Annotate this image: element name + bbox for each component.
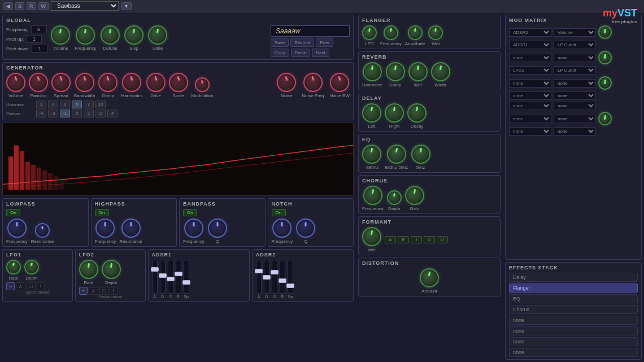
lfo1-wave-sq[interactable]: □ [27,282,35,290]
pitch-down-input[interactable] [32,45,47,53]
mod-knob-5[interactable] [598,76,612,90]
adsr2-r-track[interactable] [280,260,285,294]
notch-on-btn[interactable]: On [272,209,286,216]
octave-btn-2[interactable]: 2 [95,110,106,117]
notch-q-knob[interactable] [296,219,315,238]
gen-spread-knob[interactable] [51,73,71,92]
fl-amp-knob[interactable] [408,25,423,40]
lfo2-wave-sq[interactable]: □ [99,287,108,295]
mod-src-2[interactable]: ADSR1 [509,41,551,49]
fl-lfo-knob[interactable] [362,25,377,40]
ch-gain-knob[interactable] [405,186,424,205]
lfo2-rate-knob[interactable] [79,260,98,279]
mod-src-4[interactable]: LFO1 [509,66,551,75]
effect-chorus[interactable]: Chorus [509,305,638,314]
adsr1-d-track[interactable] [160,260,166,294]
mod-dst-3[interactable]: none [554,54,596,62]
prev-btn[interactable]: Prev [316,38,333,47]
notch-freq-knob[interactable] [272,219,291,238]
dl-right-knob[interactable] [385,103,404,123]
adsr1-r-track[interactable] [176,260,181,294]
lp-res-knob[interactable] [35,223,50,238]
lfo2-depth-knob[interactable] [102,260,121,279]
gen-scale-knob[interactable] [169,73,188,92]
btn-arrow[interactable]: ▼ [121,2,132,10]
dl-decay-knob[interactable] [407,103,427,123]
polyphony-input[interactable] [31,25,47,33]
mod-dst-2[interactable]: LP Cutoff [554,41,596,49]
hp-freq-knob[interactable] [95,219,115,238]
mod-knob-1[interactable] [598,25,612,39]
lfo1-wave-saw[interactable]: ⌇ [37,282,45,290]
formant-wet-knob[interactable] [362,227,381,246]
dl-left-knob[interactable] [362,103,381,123]
btn-back[interactable]: ◀ [3,2,13,10]
adsr1-s-track[interactable] [168,260,173,294]
btn-w[interactable]: W [38,2,49,10]
bp-freq-knob[interactable] [184,219,203,238]
rv-damp-knob[interactable] [386,62,405,81]
gen-panning-knob[interactable] [29,73,48,92]
unison-btn-2[interactable]: 2 [48,101,58,108]
ch-depth-knob[interactable] [387,190,402,205]
effect-flanger[interactable]: Flanger [509,284,638,293]
adsr2-d-track[interactable] [264,260,269,294]
gen-modulation-knob[interactable] [195,77,210,92]
adsr2-r-thumb[interactable] [279,278,286,283]
adsr2-d-thumb[interactable] [263,275,271,280]
mod-dst-6[interactable]: none [554,91,596,100]
adsr2-a-track[interactable] [256,260,262,294]
lfo1-wave-sine[interactable]: ~ [6,282,15,290]
highpass-on-btn[interactable]: On [95,209,109,216]
volume-knob[interactable] [51,25,70,45]
pitch-up-input[interactable] [26,35,42,43]
adsr2-s-track[interactable] [272,260,277,294]
octave-btn-0[interactable]: 0 [72,110,82,117]
effect-eq[interactable]: EQ [509,294,638,303]
bp-q-knob[interactable] [208,219,227,238]
mod-src-5[interactable]: none [509,79,551,88]
adsr2-sp-track[interactable] [288,260,293,294]
gen-drive-knob[interactable] [146,73,166,92]
octave-btn-1[interactable]: 1 [84,110,94,117]
lfo2-wave-sine[interactable]: ~ [79,287,88,295]
adsr1-r-thumb[interactable] [175,272,182,276]
adsr2-sp-thumb[interactable] [286,284,294,288]
effect-none-4[interactable]: none [509,348,638,357]
rv-wet-knob[interactable] [408,62,428,81]
adsr1-a-track[interactable] [152,260,158,294]
effect-none-3[interactable]: none [509,337,638,346]
formant-btn-a[interactable]: A [385,236,396,243]
octave-btn-m4[interactable]: -4 [36,110,46,117]
paste-btn[interactable]: Paste [291,49,310,57]
adsr2-s-thumb[interactable] [271,270,279,274]
adsr1-sp-track[interactable] [184,260,189,294]
copy-btn[interactable]: Copy [271,49,289,57]
formant-btn-e[interactable]: E [398,236,409,243]
slop-knob[interactable] [124,25,143,45]
lowpass-on-btn[interactable]: On [6,209,20,216]
btn-s[interactable]: S [15,2,24,10]
unison-btn-1[interactable]: 1 [36,101,46,108]
mod-src-8[interactable]: none [509,115,551,123]
noise-freq-knob[interactable] [303,73,323,92]
lfo1-wave-tri[interactable]: ∧ [16,282,25,290]
ch-freq-knob[interactable] [363,186,382,205]
fl-freq-knob[interactable] [384,25,398,40]
formant-btn-i[interactable]: I [411,236,422,243]
detune-knob[interactable] [101,25,120,45]
noise-bw-knob[interactable] [330,73,349,92]
mod-knob-8[interactable] [598,112,612,125]
gen-volume-knob[interactable] [6,73,25,92]
adsr1-sp-thumb[interactable] [182,280,190,285]
lfo1-depth-knob[interactable] [24,260,39,274]
btn-r[interactable]: R [27,2,36,10]
adsr2-a-thumb[interactable] [255,269,263,273]
adsr1-s-thumb[interactable] [167,277,175,281]
save-btn[interactable]: Save [271,38,289,47]
hp-res-knob[interactable] [121,219,141,238]
noise-knob[interactable] [277,73,296,92]
adsr1-a-thumb[interactable] [151,267,159,272]
mod-src-9[interactable]: none [509,127,551,136]
effect-none-2[interactable]: none [509,326,638,335]
